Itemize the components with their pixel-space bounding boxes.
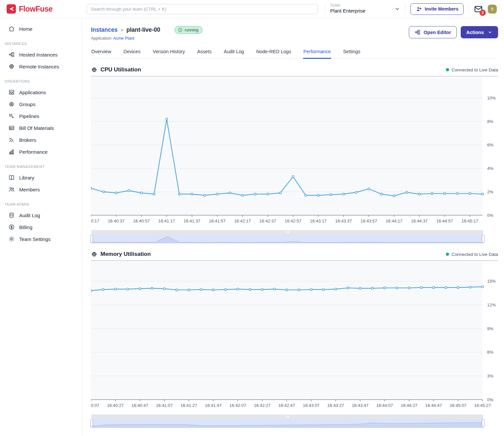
page-title: plant-live-00 [127, 26, 160, 33]
table-icon [8, 125, 15, 131]
sidebar-item-label: Library [19, 175, 34, 180]
avatar-initials: fl [491, 7, 493, 12]
tab-node-red-logs[interactable]: Node-RED Logs [256, 46, 291, 59]
sidebar-item-groups[interactable]: Groups [0, 98, 82, 110]
navigator-right-handle[interactable] [482, 419, 485, 427]
memory-chart-navigator[interactable] [92, 415, 483, 428]
open-editor-button[interactable]: Open Editor [409, 26, 457, 38]
divider [405, 4, 406, 14]
sidebar-item-label: Members [19, 187, 40, 192]
sidebar-item-hosted-instances[interactable]: Hosted Instances [0, 49, 82, 60]
svg-text:16:40:27: 16:40:27 [107, 403, 124, 408]
flowfuse-logo[interactable]: FlowFuse [7, 4, 87, 14]
tab-performance[interactable]: Performance [303, 46, 331, 59]
search-input[interactable] [87, 4, 318, 14]
users-icon [8, 186, 15, 193]
svg-text:16:43:27: 16:43:27 [327, 403, 344, 408]
page-header: Instances > plant-live-00 running Applic… [91, 26, 498, 41]
sidebar-section-title-instances: INSTANCES [5, 42, 82, 46]
invite-members-button[interactable]: Invite Members [410, 3, 464, 15]
sidebar-item-home[interactable]: Home [0, 23, 82, 35]
memory-utilisation-chart[interactable]: 0%3%6%9%12%15%0:0716:40:2716:40:4716:41:… [91, 261, 498, 412]
actions-button[interactable]: Actions [461, 26, 498, 38]
svg-text:10%: 10% [487, 96, 496, 100]
svg-text:9%: 9% [487, 326, 493, 331]
sidebar-item-applications[interactable]: Applications [0, 86, 82, 98]
navigator-left-handle[interactable] [90, 419, 93, 427]
sidebar-section-title-team-admin: TEAM ADMIN [5, 202, 82, 206]
sidebar-item-team-settings[interactable]: Team Settings [0, 233, 82, 245]
svg-text:0%: 0% [487, 397, 493, 402]
tab-audit-log[interactable]: Audit Log [223, 46, 244, 59]
svg-text:16:42:27: 16:42:27 [254, 403, 271, 408]
section-title: CPU Utilisation [100, 66, 141, 73]
navigator-left-handle[interactable] [90, 235, 93, 243]
svg-text:16:42:07: 16:42:07 [229, 403, 246, 408]
navigator-band[interactable] [92, 419, 483, 428]
sidebar-item-audit-log[interactable]: Audit Log [0, 209, 82, 221]
cpu-chart-navigator[interactable] [92, 230, 483, 243]
live-dot-icon [446, 253, 449, 256]
sidebar-item-label: Brokers [19, 137, 36, 143]
tab-devices[interactable]: Devices [123, 46, 141, 59]
svg-text:16:44:37: 16:44:37 [411, 218, 428, 223]
divider [469, 4, 469, 14]
navigator-area [92, 234, 483, 243]
notifications-button[interactable]: 2 [474, 5, 483, 14]
chevron-down-icon [487, 30, 492, 35]
svg-text:16:43:57: 16:43:57 [361, 218, 377, 223]
sidebar-item-library[interactable]: Library [0, 172, 82, 183]
sidebar-item-members[interactable]: Members [0, 183, 82, 195]
sidebar-item-label: Billing [19, 224, 32, 230]
cpu-chart-host: 0%2%4%6%8%10%0:1716:40:3716:40:5716:41:1… [91, 77, 498, 227]
memory-utilisation-section: Memory Utilisation Connected to Live Dat… [91, 251, 498, 428]
navigator-right-handle[interactable] [482, 235, 485, 243]
avatar[interactable]: fl [488, 5, 497, 14]
sidebar-section-title-operations: OPERATIONS [5, 79, 82, 83]
open-editor-label: Open Editor [424, 30, 451, 35]
application-link[interactable]: Acme Plant [113, 36, 134, 41]
svg-text:16:40:57: 16:40:57 [133, 218, 150, 223]
svg-text:3%: 3% [487, 374, 493, 378]
live-status-label: Connected to Live Data [451, 252, 498, 257]
tab-assets[interactable]: Assets [197, 46, 212, 59]
team-selector[interactable]: TEAM: Plant Enterprise [330, 4, 400, 14]
sidebar: HomeINSTANCESHosted InstancesRemote Inst… [0, 18, 82, 436]
navigator-grip[interactable] [92, 415, 483, 419]
breadcrumb-instances-link[interactable]: Instances [91, 26, 118, 33]
sidebar-item-label: Team Settings [19, 236, 51, 242]
navigator-area [92, 419, 483, 428]
sidebar-item-performance[interactable]: Performance [0, 146, 82, 158]
topbar: FlowFuse TEAM: Plant Enterprise Invite M… [0, 0, 504, 18]
tab-version-history[interactable]: Version History [152, 46, 185, 59]
live-dot-icon [446, 68, 449, 71]
svg-text:16:42:47: 16:42:47 [278, 403, 295, 408]
sidebar-item-remote-instances[interactable]: Remote Instances [0, 60, 82, 72]
svg-text:16:42:17: 16:42:17 [234, 218, 251, 223]
sidebar-item-bill-of-materials[interactable]: Bill Of Materials [0, 122, 82, 134]
bar-chart-icon [8, 148, 15, 155]
pipeline-bars-icon [8, 113, 15, 119]
sidebar-item-label: Hosted Instances [19, 52, 58, 58]
actions-label: Actions [466, 30, 484, 35]
sidebar-item-pipelines[interactable]: Pipelines [0, 110, 82, 122]
cpu-utilisation-section: CPU Utilisation Connected to Live Data 0… [91, 66, 498, 243]
tab-settings[interactable]: Settings [343, 46, 361, 59]
navigator-band[interactable] [92, 234, 483, 243]
sidebar-section-title-team-management: TEAM MANAGEMENT [5, 165, 82, 169]
person-plus-icon [416, 6, 422, 12]
cpu-utilisation-chart[interactable]: 0%2%4%6%8%10%0:1716:40:3716:40:5716:41:1… [91, 77, 498, 227]
svg-text:2%: 2% [487, 189, 493, 194]
sidebar-item-label: Audit Log [19, 213, 40, 218]
svg-text:16:45:17: 16:45:17 [461, 218, 478, 223]
chip-icon [91, 251, 97, 258]
sidebar-item-billing[interactable]: Billing [0, 221, 82, 233]
sidebar-item-brokers[interactable]: Brokers [0, 134, 82, 146]
svg-text:16:41:07: 16:41:07 [156, 403, 173, 408]
navigator-grip[interactable] [92, 230, 483, 234]
svg-text:16:43:37: 16:43:37 [335, 218, 352, 223]
tab-overview[interactable]: Overview [91, 46, 111, 59]
svg-text:16:45:07: 16:45:07 [450, 403, 467, 408]
svg-text:16:44:17: 16:44:17 [386, 218, 403, 223]
team-name: Plant Enterprise [330, 8, 366, 14]
